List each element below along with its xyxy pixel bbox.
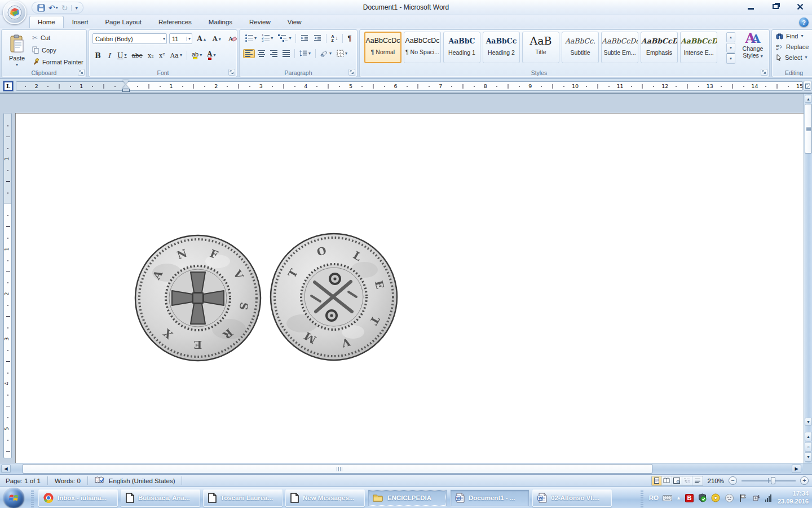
- tab-review[interactable]: Review: [241, 16, 279, 28]
- italic-button[interactable]: I: [104, 50, 114, 61]
- scroll-left-button[interactable]: ◀: [1, 465, 11, 473]
- horizontal-scrollbar[interactable]: ◀ ▶: [0, 463, 812, 474]
- help-button[interactable]: ?: [799, 17, 809, 27]
- numbering-button[interactable]: 1 2 3 ▾: [259, 33, 275, 43]
- subscript-button[interactable]: x₂: [145, 50, 156, 61]
- justify-button[interactable]: [280, 49, 292, 58]
- tab-references[interactable]: References: [150, 16, 200, 28]
- language-bar[interactable]: RO: [649, 494, 659, 501]
- font-dialog-launcher[interactable]: [228, 69, 235, 76]
- strikethrough-button[interactable]: abe: [130, 50, 145, 61]
- bullets-button[interactable]: ▾: [243, 33, 259, 43]
- taskbar-button-chrome[interactable]: Inbox - iuliana...: [38, 489, 118, 507]
- tab-mailings[interactable]: Mailings: [200, 16, 241, 28]
- clipboard-dialog-launcher[interactable]: [78, 69, 85, 76]
- first-line-indent-marker[interactable]: [122, 80, 129, 84]
- highlight-button[interactable]: ab ▾: [189, 50, 204, 61]
- security-shield-icon[interactable]: [698, 493, 707, 503]
- superscript-button[interactable]: x²: [157, 50, 167, 61]
- language-indicator[interactable]: English (United States): [107, 478, 178, 484]
- style-heading-1[interactable]: AaBbC Heading 1: [443, 32, 480, 63]
- borders-button[interactable]: ▾: [334, 49, 350, 58]
- align-left-button[interactable]: [243, 49, 255, 58]
- zoom-slider-thumb[interactable]: [771, 477, 775, 484]
- office-button[interactable]: [3, 1, 27, 24]
- messenger-icon[interactable]: [725, 493, 734, 503]
- cut-button[interactable]: ✂ Cut: [31, 33, 85, 42]
- line-spacing-button[interactable]: ▾: [297, 49, 313, 58]
- styles-scroll-down-button[interactable]: ▾: [726, 43, 735, 53]
- start-button[interactable]: [3, 488, 24, 508]
- clear-formatting-button[interactable]: A: [226, 34, 239, 44]
- styles-scroll-up-button[interactable]: ▴: [726, 32, 735, 42]
- flag-icon[interactable]: [738, 493, 748, 503]
- scroll-right-button[interactable]: ▶: [792, 465, 801, 473]
- zoom-level[interactable]: 210%: [708, 478, 724, 484]
- increase-indent-button[interactable]: [311, 34, 324, 43]
- show-hidden-icons-button[interactable]: ▲: [676, 495, 681, 501]
- tab-insert[interactable]: Insert: [64, 16, 97, 28]
- style-intense-emphasis[interactable]: AaBbCcDt Intense E...: [680, 32, 717, 63]
- shading-button[interactable]: ▾: [318, 49, 334, 58]
- indent-markers[interactable]: [122, 80, 131, 94]
- proofing-status[interactable]: [92, 476, 107, 485]
- vertical-scrollbar[interactable]: ▲ ▼ ▲ ○ ▼: [804, 94, 812, 463]
- tab-view[interactable]: View: [279, 16, 310, 28]
- style-title[interactable]: AaB Title: [522, 32, 559, 63]
- style-heading-2[interactable]: AaBbCc Heading 2: [483, 32, 520, 63]
- grow-font-button[interactable]: A▴: [195, 33, 208, 44]
- print-layout-view-button[interactable]: [652, 476, 662, 485]
- taskbar-button-document[interactable]: Butiseaca, Ana...: [121, 489, 200, 507]
- safely-remove-icon[interactable]: [752, 493, 761, 503]
- scroll-up-button[interactable]: ▲: [805, 95, 812, 103]
- tab-stop-selector[interactable]: L: [3, 81, 14, 91]
- bold-button[interactable]: B: [92, 50, 103, 61]
- outline-view-button[interactable]: [682, 476, 692, 485]
- ruler-toggle-button[interactable]: [804, 81, 811, 91]
- tab-home[interactable]: Home: [29, 16, 64, 28]
- shrink-font-button[interactable]: A▾: [210, 34, 223, 43]
- change-case-button[interactable]: Aa▾: [168, 50, 184, 61]
- keyboard-icon[interactable]: [663, 493, 672, 503]
- taskbar-button-folder[interactable]: ENCICLPEDIA: [368, 489, 447, 507]
- scroll-down-button[interactable]: ▼: [805, 418, 812, 426]
- copy-button[interactable]: Copy: [31, 46, 85, 54]
- document-page[interactable]: ANFVSREX: [15, 113, 804, 463]
- restore-button[interactable]: [769, 2, 782, 11]
- select-browse-object-button[interactable]: ○: [805, 442, 812, 452]
- change-styles-button[interactable]: AA Change Styles ▾: [739, 32, 767, 69]
- zoom-slider[interactable]: [742, 476, 796, 485]
- style-subtle-emphasis[interactable]: AaBbCcDc Subtle Em...: [601, 32, 638, 63]
- minimize-button[interactable]: [744, 2, 757, 11]
- cd-icon[interactable]: [711, 493, 721, 503]
- horizontal-scroll-thumb[interactable]: [23, 464, 652, 474]
- word-count[interactable]: Words: 0: [52, 478, 83, 484]
- styles-dialog-launcher[interactable]: [761, 69, 767, 76]
- paragraph-dialog-launcher[interactable]: [348, 69, 355, 76]
- close-button[interactable]: [794, 2, 806, 11]
- replace-button[interactable]: ab ac Replace: [775, 43, 810, 51]
- style-no-spacing[interactable]: AaBbCcDc ¶ No Spaci...: [404, 32, 441, 63]
- full-screen-reading-view-button[interactable]: [662, 476, 672, 485]
- align-right-button[interactable]: [268, 49, 280, 58]
- style-subtitle[interactable]: AaBbCc. Subtitle: [562, 32, 599, 63]
- taskbar-button-word[interactable]: W Document1 - ...: [450, 489, 529, 507]
- page-indicator[interactable]: Page: 1 of 1: [3, 478, 43, 484]
- zoom-in-button[interactable]: +: [800, 476, 809, 485]
- align-center-button[interactable]: [255, 49, 267, 58]
- font-color-button[interactable]: A ▾: [205, 49, 218, 62]
- underline-button[interactable]: U▾: [115, 50, 129, 61]
- clock[interactable]: 17:34 23.09.2016: [778, 490, 809, 506]
- horizontal-ruler[interactable]: 21123456789101112131415: [16, 81, 803, 91]
- paste-button[interactable]: Paste ▾: [5, 32, 29, 69]
- draft-view-button[interactable]: [692, 476, 703, 485]
- tab-page-layout[interactable]: Page Layout: [96, 16, 150, 28]
- taskbar-button-document[interactable]: New Messages...: [285, 489, 365, 507]
- font-name-combo[interactable]: Calibri (Body) ▾: [92, 33, 167, 44]
- style-emphasis[interactable]: AaBbCcDt Emphasis: [641, 32, 678, 63]
- decrease-indent-button[interactable]: [298, 34, 311, 43]
- multilevel-list-button[interactable]: ▾: [276, 33, 293, 43]
- vertical-ruler[interactable]: 112345: [3, 113, 12, 458]
- vertical-scroll-thumb[interactable]: [805, 104, 812, 154]
- zoom-out-button[interactable]: −: [729, 476, 737, 485]
